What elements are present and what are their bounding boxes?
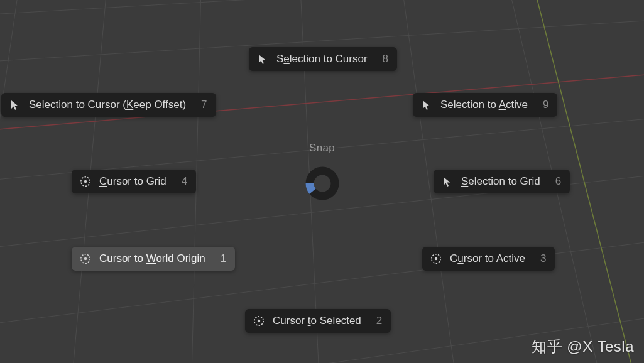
svg-point-22 [84,180,87,183]
menu-item-cursor-to-selected[interactable]: Cursor to Selected 2 [245,309,391,333]
menu-item-shortcut: 3 [540,252,546,265]
menu-item-label: Selection to Active [440,99,528,111]
cursor3d-icon [79,252,92,265]
menu-item-shortcut: 1 [221,252,226,265]
menu-item-shortcut: 6 [555,175,561,188]
menu-item-selection-to-active[interactable]: Selection to Active 9 [413,93,557,117]
menu-item-label: Cursor to Active [450,252,525,265]
pointer-icon [256,53,269,65]
menu-item-shortcut: 9 [543,99,548,111]
svg-point-18 [258,320,260,322]
menu-item-label: Cursor to Grid [99,175,166,188]
menu-item-selection-to-cursor[interactable]: Selection to Cursor 8 [249,47,397,71]
menu-item-cursor-to-active[interactable]: Cursor to Active 3 [422,247,555,271]
svg-line-6 [0,0,19,363]
menu-item-shortcut: 4 [182,175,187,188]
cursor3d-icon [79,175,92,188]
pointer-icon [9,99,21,111]
pointer-icon [420,99,433,111]
menu-item-label: Selection to Cursor (Keep Offset) [29,99,186,111]
menu-item-label: Cursor to World Origin [99,252,205,265]
menu-item-label: Cursor to Selected [273,315,361,327]
pie-menu-center-ring [305,166,339,200]
menu-item-label: Selection to Grid [461,175,540,188]
menu-item-selection-to-cursor-keep-offset[interactable]: Selection to Cursor (Keep Offset) 7 [1,93,216,117]
menu-item-shortcut: 2 [376,315,382,327]
svg-line-0 [0,0,644,16]
pointer-icon [441,175,454,188]
cursor3d-icon [430,252,442,265]
pie-menu-title: Snap [309,142,335,154]
svg-point-16 [84,257,87,260]
cursor3d-icon [253,315,265,327]
menu-item-selection-to-grid[interactable]: Selection to Grid 6 [434,170,570,193]
svg-point-20 [435,257,437,260]
watermark: 知乎 @X Tesla [532,337,634,357]
menu-item-shortcut: 8 [383,53,388,65]
menu-item-label: Selection to Cursor [276,53,368,65]
menu-item-cursor-to-grid[interactable]: Cursor to Grid 4 [72,170,196,193]
menu-item-shortcut: 7 [201,99,207,111]
menu-item-cursor-to-world-origin[interactable]: Cursor to World Origin 1 [72,247,235,271]
